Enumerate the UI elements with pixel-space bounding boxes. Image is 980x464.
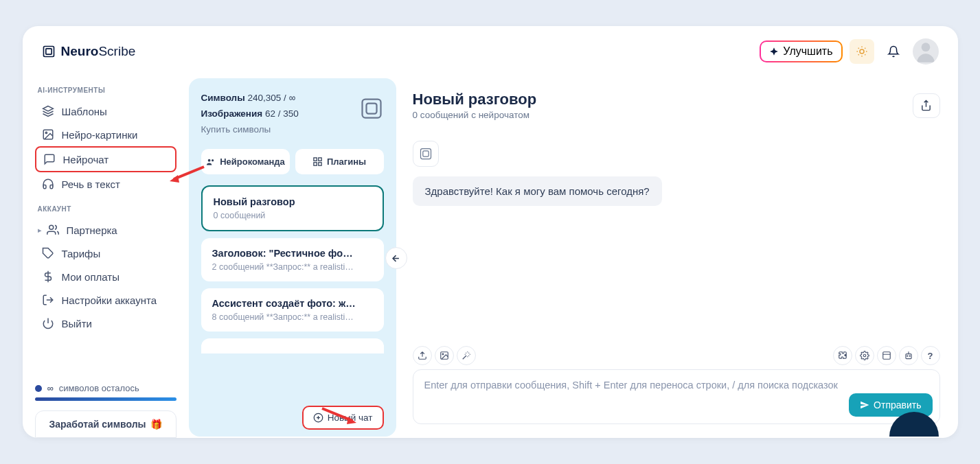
nav-label: Выйти: [62, 318, 92, 329]
app-body: AI-ИНСТРУМЕНТЫ Шаблоны Нейро-картинки Не…: [23, 77, 958, 438]
question-icon: ?: [928, 351, 933, 361]
svg-rect-22: [420, 149, 431, 159]
nav-neuro-images[interactable]: Нейро-картинки: [35, 123, 176, 146]
svg-rect-16: [319, 163, 321, 165]
notifications-button[interactable]: [881, 39, 906, 64]
chat-list-panel: Символы 240,305 / ∞ Изображения 62 / 350…: [189, 78, 396, 437]
svg-rect-17: [314, 163, 317, 165]
nav-label: Партнерка: [67, 224, 117, 236]
buy-symbols-link[interactable]: Купить символы: [201, 122, 384, 138]
grid-icon: [312, 156, 323, 167]
help-button[interactable]: ?: [921, 346, 940, 365]
theme-toggle[interactable]: [850, 39, 874, 64]
nav-sidebar: AI-ИНСТРУМЕНТЫ Шаблоны Нейро-картинки Не…: [23, 77, 189, 438]
conversation-item[interactable]: Заголовок: "Рестичное фо… 2 сообщений **…: [201, 238, 384, 281]
image-button[interactable]: [435, 346, 454, 365]
chat-main: Новый разговор 0 сообщений с нейрочатом …: [396, 78, 957, 437]
svg-point-13: [212, 159, 214, 161]
nav-label: Шаблоны: [62, 106, 107, 117]
usage-stats: Символы 240,305 / ∞ Изображения 62 / 350…: [201, 91, 384, 138]
tag-icon: [42, 247, 54, 259]
message-composer: Отправить: [413, 369, 940, 424]
share-icon: [920, 100, 932, 111]
tab-neuroteam[interactable]: Нейрокоманда: [201, 149, 290, 174]
symbols-progress-bar: [35, 397, 176, 401]
nav-label: Мои оплаты: [62, 271, 119, 283]
nav-label: Нейрочат: [63, 154, 109, 165]
layout-icon: [882, 351, 891, 360]
bot-avatar: [413, 141, 439, 167]
conversation-item[interactable]: Ассистент создаёт фото: ж… 8 сообщений *…: [201, 288, 384, 332]
chat-subtitle: 0 сообщений с нейрочатом: [413, 110, 537, 120]
nav-pricing[interactable]: Тарифы: [35, 242, 176, 265]
nav-partner[interactable]: ▸ Партнерка: [35, 218, 176, 242]
robot-button[interactable]: [899, 346, 918, 365]
nav-neurochat[interactable]: Нейрочат: [35, 146, 176, 172]
messages-area: Здравствуйте! Как я могу вам помочь сего…: [396, 127, 957, 342]
nav-label: Настройки аккаунта: [62, 294, 157, 306]
tab-plugins[interactable]: Плагины: [295, 149, 384, 174]
brand-text: NeuroScribe: [61, 44, 136, 59]
chevron-right-icon: ▸: [38, 226, 42, 235]
settings-icon: [42, 294, 54, 306]
upgrade-button[interactable]: Улучшить: [760, 40, 842, 62]
bot-icon: [419, 147, 433, 161]
model-icon: [359, 96, 384, 121]
chat-sidebar-tabs: Нейрокоманда Плагины: [201, 149, 384, 174]
svg-rect-1: [45, 49, 51, 54]
rocket-icon: [769, 47, 779, 56]
magic-button[interactable]: [457, 346, 476, 365]
conversation-item[interactable]: Новый разговор 0 сообщений: [201, 185, 384, 231]
symbols-remaining: ∞ символов осталось: [35, 383, 176, 393]
new-chat-button[interactable]: Новый чат: [302, 406, 384, 430]
avatar-placeholder-icon: [913, 38, 939, 65]
gift-icon: 🎁: [150, 419, 162, 430]
send-icon: [860, 400, 869, 410]
wand-icon: [461, 351, 471, 360]
nav-label: Речь в текст: [62, 178, 120, 190]
collapse-panel-button[interactable]: [385, 247, 407, 269]
team-icon: [205, 156, 216, 167]
svg-rect-10: [362, 100, 380, 118]
chat-header: Новый разговор 0 сообщений с нейрочатом: [396, 78, 957, 127]
status-dot: [35, 385, 42, 392]
nav-templates[interactable]: Шаблоны: [35, 100, 176, 123]
extension-button[interactable]: [833, 346, 852, 365]
settings-button[interactable]: [855, 346, 874, 365]
section-account: АККАУНТ: [38, 205, 176, 213]
power-icon: [42, 317, 54, 329]
picture-icon: [440, 351, 449, 360]
svg-rect-14: [314, 158, 317, 161]
composer-area: ? Отправить: [396, 342, 957, 437]
svg-rect-11: [366, 104, 376, 114]
nav-speech-to-text[interactable]: Речь в текст: [35, 172, 176, 196]
header-actions: Улучшить: [760, 38, 938, 65]
arrow-left-icon: [391, 253, 401, 264]
brand[interactable]: NeuroScribe: [42, 44, 136, 59]
layers-icon: [42, 105, 54, 117]
user-avatar[interactable]: [913, 38, 939, 65]
template-button[interactable]: [877, 346, 896, 365]
svg-point-31: [909, 356, 910, 356]
svg-marker-4: [43, 106, 53, 112]
bell-icon: [887, 45, 900, 58]
app-header: NeuroScribe Улучшить: [23, 26, 958, 77]
svg-rect-29: [905, 354, 911, 359]
svg-point-30: [907, 356, 907, 356]
svg-rect-27: [882, 352, 890, 360]
earn-symbols-button[interactable]: Заработай символы 🎁: [35, 410, 176, 438]
robot-icon: [904, 351, 913, 360]
upgrade-label: Улучшить: [783, 45, 832, 58]
nav-account-settings[interactable]: Настройки аккаунта: [35, 288, 176, 312]
chat-title: Новый разговор: [413, 91, 537, 108]
nav-payments[interactable]: Мои оплаты: [35, 265, 176, 288]
brand-icon: [42, 45, 56, 58]
conversation-list: Новый разговор 0 сообщений Заголовок: "Р…: [201, 185, 384, 424]
attach-button[interactable]: [413, 346, 432, 365]
chat-icon: [43, 153, 56, 165]
nav-label: Тарифы: [62, 248, 101, 259]
svg-rect-0: [43, 47, 54, 57]
nav-logout[interactable]: Выйти: [35, 312, 176, 335]
share-button[interactable]: [913, 93, 940, 118]
conversation-item[interactable]: [201, 338, 384, 353]
